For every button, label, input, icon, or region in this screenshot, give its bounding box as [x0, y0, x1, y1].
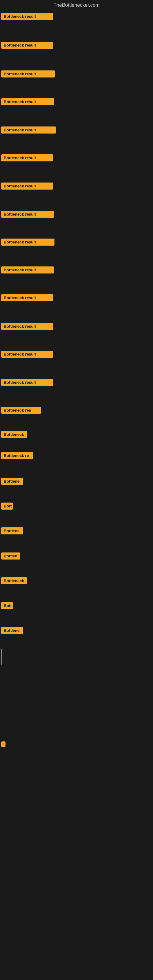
- bottleneck-row-17: Bottleneck re: [1, 452, 153, 460]
- gap-1: [0, 23, 153, 40]
- gap-4: [0, 108, 153, 125]
- gap-10: [0, 277, 153, 293]
- bottleneck-row-16: Bottleneck: [1, 431, 153, 439]
- bottleneck-badge-5[interactable]: Bottleneck result: [1, 126, 56, 134]
- bottleneck-badge-1[interactable]: Bottleneck result: [1, 13, 53, 20]
- bottleneck-row-7: Bottleneck result: [1, 183, 153, 191]
- bottleneck-row-15: Bottleneck res: [1, 407, 153, 415]
- bottleneck-row-20: Bottlene: [1, 527, 153, 536]
- bottleneck-row-13: Bottleneck result: [1, 351, 153, 359]
- bottleneck-row-12: Bottleneck result: [1, 323, 153, 331]
- bottleneck-badge-23[interactable]: Bott: [1, 602, 13, 609]
- bottleneck-row-18: Bottlene: [1, 478, 153, 486]
- bottleneck-row-24: Bottlene: [1, 627, 153, 635]
- gap-5: [0, 137, 153, 153]
- bottleneck-row-14: Bottleneck result: [1, 379, 153, 387]
- bottleneck-row-1: Bottleneck result: [1, 13, 153, 21]
- bottleneck-row-23: Bott: [1, 602, 153, 610]
- bottleneck-badge-24[interactable]: Bottlene: [1, 627, 23, 634]
- bottleneck-badge-7[interactable]: Bottleneck result: [1, 183, 53, 189]
- bottleneck-badge-19[interactable]: Bott: [1, 503, 13, 510]
- bottleneck-badge-10[interactable]: Bottleneck result: [1, 266, 54, 274]
- empty-section-1: [0, 665, 153, 741]
- bottleneck-row-4: Bottleneck result: [1, 98, 153, 107]
- bottleneck-row-8: Bottleneck result: [1, 211, 153, 219]
- bottleneck-row-6: Bottleneck result: [1, 154, 153, 162]
- gap-15: [0, 417, 153, 429]
- page-wrapper: TheBottlenecker.com Bottleneck result Bo…: [0, 0, 153, 980]
- bottleneck-row-3: Bottleneck result: [1, 70, 153, 79]
- bottleneck-badge-8[interactable]: Bottleneck result: [1, 211, 54, 218]
- bottleneck-row-9: Bottleneck result: [1, 239, 153, 247]
- gap-13: [0, 361, 153, 377]
- bottleneck-badge-15[interactable]: Bottleneck res: [1, 407, 41, 414]
- bottleneck-row-5: Bottleneck result: [1, 126, 153, 135]
- gap-20: [0, 538, 153, 550]
- bottleneck-badge-4[interactable]: Bottleneck result: [1, 98, 54, 105]
- bottleneck-badge-21[interactable]: Bottlen: [1, 552, 20, 560]
- bottleneck-badge-3[interactable]: Bottleneck result: [1, 70, 55, 78]
- gap-22: [0, 587, 153, 600]
- gap-17: [0, 462, 153, 476]
- bottleneck-row-21: Bottlen: [1, 552, 153, 561]
- gap-21: [0, 563, 153, 576]
- bottleneck-row-10: Bottleneck result: [1, 266, 153, 275]
- bottleneck-badge-20[interactable]: Bottlene: [1, 527, 23, 535]
- bottleneck-badge-12[interactable]: Bottleneck result: [1, 323, 53, 330]
- gap-6: [0, 164, 153, 181]
- bottleneck-badge-17[interactable]: Bottleneck re: [1, 452, 33, 459]
- gap-3: [0, 81, 153, 97]
- bottleneck-badge-11[interactable]: Bottleneck result: [1, 294, 53, 301]
- bottleneck-badge-9[interactable]: Bottleneck result: [1, 239, 54, 246]
- bottleneck-badge-18[interactable]: Bottlene: [1, 478, 23, 485]
- gap-2: [0, 52, 153, 68]
- bottleneck-badge-13[interactable]: Bottleneck result: [1, 351, 53, 358]
- bottleneck-row-19: Bott: [1, 503, 153, 511]
- vertical-line-indicator: [1, 649, 2, 665]
- gap-7: [0, 192, 153, 209]
- mini-badge[interactable]: :: [1, 741, 5, 747]
- bottleneck-badge-22[interactable]: Bottleneck: [1, 577, 27, 584]
- bottleneck-badge-16[interactable]: Bottleneck: [1, 431, 27, 438]
- bottleneck-badge-2[interactable]: Bottleneck result: [1, 41, 53, 49]
- bottleneck-row-22: Bottleneck: [1, 577, 153, 585]
- gap-23: [0, 612, 153, 625]
- gap-8: [0, 221, 153, 237]
- gap-11: [0, 304, 153, 321]
- empty-section-2: [0, 747, 153, 931]
- bottleneck-row-2: Bottleneck result: [1, 41, 153, 50]
- bottleneck-badge-14[interactable]: Bottleneck result: [1, 379, 53, 386]
- gap-9: [0, 249, 153, 265]
- mini-indicator: :: [1, 741, 153, 747]
- site-title: TheBottlenecker.com: [0, 0, 153, 11]
- gap-14: [0, 389, 153, 405]
- bottleneck-row-11: Bottleneck result: [1, 294, 153, 302]
- gap-12: [0, 333, 153, 349]
- gap-before-line: [0, 637, 153, 649]
- bottleneck-badge-6[interactable]: Bottleneck result: [1, 154, 53, 161]
- gap-16: [0, 441, 153, 450]
- gap-19: [0, 513, 153, 525]
- gap-18: [0, 488, 153, 501]
